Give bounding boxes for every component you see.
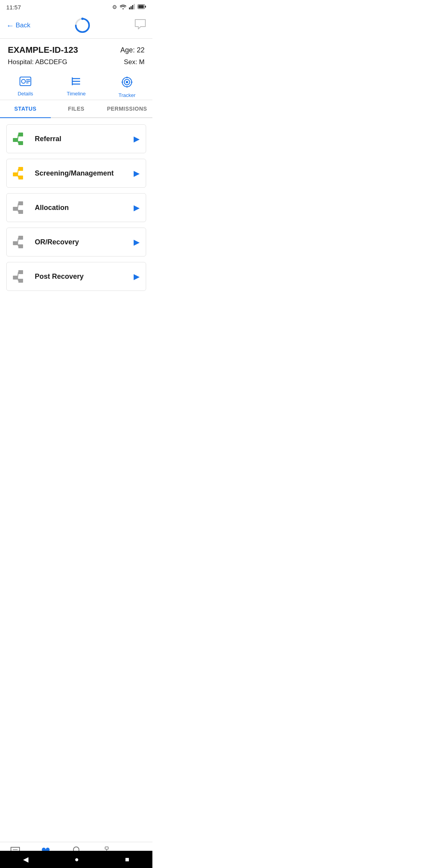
svg-rect-47: [18, 279, 23, 283]
svg-rect-0: [129, 7, 130, 9]
sub-tabs: STATUS FILES PERMISSIONS: [0, 100, 152, 118]
app-logo: [74, 17, 91, 34]
svg-rect-5: [138, 5, 144, 8]
tab-tracker[interactable]: Tracker: [102, 76, 152, 98]
signal-icon: [129, 4, 135, 11]
svg-rect-2: [132, 5, 133, 9]
post-recovery-workflow-icon: [13, 270, 29, 283]
status-item-allocation[interactable]: Allocation ▶: [6, 193, 146, 222]
battery-icon: [138, 4, 146, 10]
svg-rect-32: [18, 176, 23, 179]
status-list: Referral ▶ Screening/Management ▶: [0, 121, 152, 294]
allocation-workflow-icon: [13, 201, 29, 214]
or-recovery-label: OR/Recovery: [35, 238, 79, 246]
svg-rect-45: [13, 276, 18, 280]
post-recovery-label: Post Recovery: [35, 273, 84, 281]
svg-line-34: [18, 174, 18, 178]
back-arrow-icon: ←: [6, 21, 14, 30]
status-icons: ⚙: [112, 4, 146, 11]
allocation-chevron: ▶: [134, 203, 139, 212]
subtab-status[interactable]: STATUS: [0, 100, 51, 117]
patient-hospital: Hospital: ABCDEFG: [8, 58, 67, 66]
svg-line-33: [18, 169, 18, 174]
status-item-referral[interactable]: Referral ▶: [6, 124, 146, 153]
referral-chevron: ▶: [134, 134, 139, 143]
svg-rect-6: [145, 6, 146, 8]
top-nav: ← Back: [0, 14, 152, 39]
status-bar: 11:57 ⚙: [0, 0, 152, 14]
screening-workflow-icon: [13, 167, 29, 179]
tab-timeline[interactable]: Timeline: [51, 76, 102, 98]
svg-point-20: [126, 81, 128, 83]
svg-rect-26: [18, 133, 23, 136]
status-item-allocation-left: Allocation: [13, 201, 69, 214]
svg-rect-30: [13, 172, 18, 176]
svg-rect-31: [18, 167, 23, 171]
tracker-icon: [121, 76, 133, 91]
nav-tabs: Details Timeline: [0, 72, 152, 100]
svg-rect-35: [13, 207, 18, 211]
svg-line-39: [18, 209, 18, 212]
patient-hospital-row: Hospital: ABCDEFG Sex: M: [8, 58, 145, 66]
status-item-post-recovery-left: Post Recovery: [13, 270, 84, 283]
referral-label: Referral: [35, 135, 61, 143]
svg-rect-46: [18, 270, 23, 274]
patient-id-row: EXAMPLE-ID-123 Age: 22: [8, 45, 145, 55]
svg-rect-27: [18, 141, 23, 145]
subtab-files-label: FILES: [68, 106, 84, 112]
subtab-status-label: STATUS: [14, 106, 37, 112]
post-recovery-chevron: ▶: [134, 272, 139, 281]
settings-icon: ⚙: [112, 4, 117, 10]
svg-line-43: [18, 238, 18, 243]
patient-info: EXAMPLE-ID-123 Age: 22 Hospital: ABCDEFG…: [0, 39, 152, 72]
back-button[interactable]: ← Back: [6, 21, 30, 30]
svg-point-10: [21, 79, 25, 83]
svg-rect-40: [13, 241, 18, 245]
subtab-permissions[interactable]: PERMISSIONS: [102, 100, 152, 117]
status-item-referral-left: Referral: [13, 133, 61, 145]
wifi-icon: [120, 4, 127, 11]
svg-line-28: [18, 135, 18, 140]
svg-line-29: [18, 140, 18, 143]
svg-line-38: [18, 203, 18, 209]
allocation-label: Allocation: [35, 204, 69, 212]
patient-id: EXAMPLE-ID-123: [8, 45, 78, 55]
subtab-files[interactable]: FILES: [51, 100, 102, 117]
svg-rect-3: [134, 4, 135, 9]
tab-details-label: Details: [18, 91, 33, 97]
svg-line-48: [18, 272, 18, 278]
svg-rect-37: [18, 210, 23, 214]
tab-tracker-label: Tracker: [118, 92, 136, 98]
or-recovery-workflow-icon: [13, 236, 29, 248]
screening-label: Screening/Management: [35, 169, 114, 178]
timeline-icon: [71, 76, 82, 89]
svg-line-49: [18, 278, 18, 281]
status-item-post-recovery[interactable]: Post Recovery ▶: [6, 262, 146, 291]
subtab-permissions-label: PERMISSIONS: [107, 106, 147, 112]
svg-rect-36: [18, 201, 23, 205]
back-label: Back: [16, 22, 30, 29]
or-recovery-chevron: ▶: [134, 237, 139, 247]
svg-rect-25: [13, 138, 18, 142]
svg-line-44: [18, 243, 18, 246]
patient-sex: Sex: M: [124, 58, 145, 66]
tab-details[interactable]: Details: [0, 76, 51, 98]
details-icon: [19, 76, 32, 89]
tab-timeline-label: Timeline: [67, 91, 86, 97]
status-item-screening-left: Screening/Management: [13, 167, 114, 179]
status-item-or-recovery-left: OR/Recovery: [13, 236, 79, 248]
status-item-screening[interactable]: Screening/Management ▶: [6, 159, 146, 188]
svg-rect-1: [131, 6, 132, 9]
status-time: 11:57: [6, 4, 21, 11]
screening-chevron: ▶: [134, 169, 139, 178]
chat-button[interactable]: [134, 19, 146, 32]
svg-point-8: [81, 18, 84, 20]
svg-rect-41: [18, 236, 23, 240]
status-item-or-recovery[interactable]: OR/Recovery ▶: [6, 228, 146, 256]
svg-rect-42: [18, 244, 23, 248]
referral-workflow-icon: [13, 133, 29, 145]
patient-age: Age: 22: [120, 46, 145, 54]
